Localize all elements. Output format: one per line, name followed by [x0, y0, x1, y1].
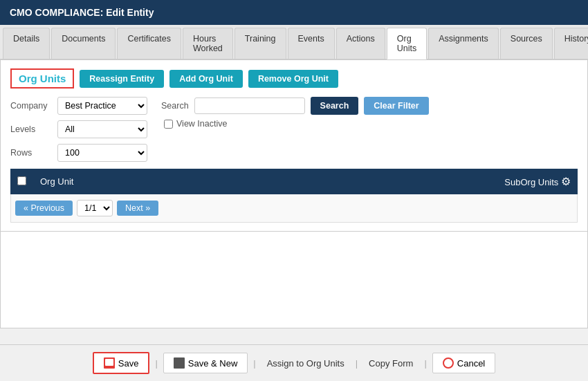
search-button[interactable]: Search — [311, 97, 359, 115]
select-all-checkbox[interactable] — [17, 176, 26, 185]
tab-events[interactable]: Events — [288, 28, 335, 59]
levels-label: Levels — [10, 124, 52, 134]
search-row: Search Search Clear Filter — [161, 97, 429, 115]
save-new-label: Save & New — [188, 358, 238, 369]
separator-1: | — [155, 358, 157, 369]
company-label: Company — [10, 101, 52, 111]
search-input[interactable] — [194, 97, 305, 114]
save-button[interactable]: Save — [93, 352, 150, 374]
gear-icon[interactable]: ⚙ — [561, 176, 571, 187]
separator-2: | — [253, 358, 255, 369]
view-inactive-row: View Inactive — [164, 119, 429, 129]
cancel-label: Cancel — [457, 358, 485, 369]
tab-bar: Details Documents Certificates Hours Wor… — [0, 25, 588, 59]
assign-to-org-units-button[interactable]: Assign to Org Units — [261, 354, 350, 373]
cancel-button[interactable]: Cancel — [432, 353, 495, 373]
filter-right: Search Search Clear Filter View Inactive — [161, 97, 429, 129]
save-new-icon — [174, 357, 185, 369]
tab-sources[interactable]: Sources — [500, 28, 553, 59]
levels-filter-row: Levels All — [10, 120, 147, 138]
table-checkbox-header — [10, 169, 33, 194]
save-icon — [104, 357, 115, 369]
tab-org-units[interactable]: Org Units — [387, 28, 427, 59]
section-header: Org Units Reassign Entity Add Org Unit R… — [10, 68, 578, 89]
tab-hours-worked[interactable]: Hours Worked — [183, 28, 233, 59]
org-unit-column-header: Org Unit — [33, 169, 235, 194]
company-filter-row: Company Best Practice — [10, 97, 147, 115]
add-org-unit-button[interactable]: Add Org Unit — [169, 70, 243, 88]
rows-filter-row: Rows 100 — [10, 144, 147, 162]
page-select[interactable]: 1/1 — [77, 200, 113, 216]
next-button[interactable]: Next » — [117, 201, 158, 216]
tab-documents[interactable]: Documents — [51, 28, 116, 59]
levels-select[interactable]: All — [57, 120, 147, 138]
company-select[interactable]: Best Practice — [57, 97, 147, 115]
tab-details[interactable]: Details — [3, 28, 50, 59]
search-label: Search — [161, 101, 189, 111]
remove-org-unit-button[interactable]: Remove Org Unit — [248, 70, 338, 88]
empty-content-area — [0, 232, 588, 328]
org-units-table: Org Unit SubOrg Units ⚙ — [10, 169, 578, 194]
filter-section: Company Best Practice Levels All Rows 10… — [10, 97, 578, 162]
rows-select[interactable]: 100 — [57, 144, 147, 162]
tab-history[interactable]: History — [554, 28, 588, 59]
main-content: Org Units Reassign Entity Add Org Unit R… — [0, 59, 588, 232]
previous-button[interactable]: « Previous — [15, 201, 73, 216]
clear-filter-button[interactable]: Clear Filter — [364, 97, 428, 115]
save-new-button[interactable]: Save & New — [163, 353, 248, 373]
section-title: Org Units — [10, 68, 74, 89]
table-header: Org Unit SubOrg Units ⚙ — [10, 169, 578, 194]
suborg-units-column-header: SubOrg Units ⚙ — [235, 169, 578, 194]
bottom-bar: Save | Save & New | Assign to Org Units … — [0, 344, 588, 381]
reassign-entity-button[interactable]: Reassign Entity — [80, 70, 164, 88]
tab-certificates[interactable]: Certificates — [117, 28, 181, 59]
title-bar: CMO COMPLIANCE: Edit Entity — [0, 0, 588, 25]
cancel-icon — [443, 357, 454, 369]
title-text: CMO COMPLIANCE: Edit Entity — [10, 7, 154, 18]
tab-training[interactable]: Training — [235, 28, 286, 59]
pagination: « Previous 1/1 Next » — [10, 194, 578, 223]
view-inactive-label: View Inactive — [176, 119, 227, 129]
separator-4: | — [424, 358, 426, 369]
tab-assignments[interactable]: Assignments — [428, 28, 499, 59]
copy-form-button[interactable]: Copy Form — [363, 354, 419, 373]
filter-left: Company Best Practice Levels All Rows 10… — [10, 97, 147, 162]
separator-3: | — [356, 358, 358, 369]
view-inactive-checkbox[interactable] — [164, 120, 173, 129]
tab-actions[interactable]: Actions — [336, 28, 385, 59]
rows-label: Rows — [10, 148, 52, 158]
save-label: Save — [118, 358, 139, 369]
